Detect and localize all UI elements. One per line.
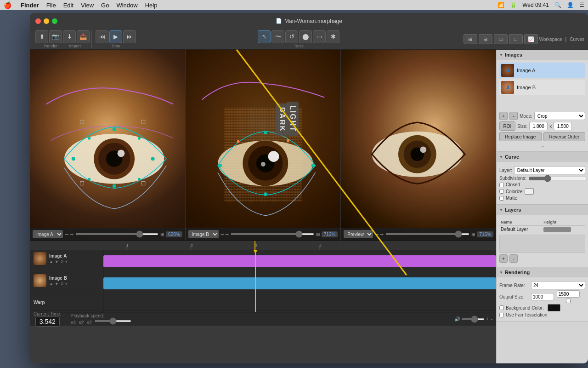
images-section-header[interactable]: ▼ Images — [497, 50, 588, 60]
export-button[interactable]: ⬇ — [63, 30, 76, 43]
layers-table: Name Height Default Layer — [499, 219, 585, 233]
size-w-input[interactable] — [529, 122, 548, 130]
track-label-image-b: Image B ▲ ▼ ⚙ ▾ — [30, 272, 103, 294]
roi-size-row: ROI Size: x — [499, 121, 585, 131]
track-a-down[interactable]: ▼ — [55, 259, 59, 264]
replace-image-button[interactable]: Replace Image — [499, 132, 542, 141]
bg-color-checkbox[interactable] — [499, 305, 504, 310]
curve-section-header[interactable]: ▼ Curve — [497, 152, 588, 162]
prev-frame-button[interactable]: ⏮ — [96, 30, 108, 43]
volume-slider[interactable] — [462, 318, 485, 320]
remove-image-button[interactable]: - — [509, 112, 518, 120]
colorize-checkbox[interactable] — [499, 189, 504, 194]
track-b-up[interactable]: ▲ — [49, 282, 53, 286]
track-row-b — [103, 272, 496, 294]
matte-checkbox[interactable] — [499, 196, 504, 201]
edit-menu[interactable]: Edit — [63, 2, 74, 9]
viewport-b-zoom-slider[interactable] — [231, 233, 314, 235]
image-a-row[interactable]: 👤 Image A — [499, 63, 585, 78]
add-image-button[interactable]: + — [499, 112, 508, 120]
track-b-expand[interactable]: ▾ — [65, 282, 68, 286]
subdivisions-slider[interactable] — [528, 176, 588, 181]
viewport-c-zoom-slider[interactable] — [385, 233, 469, 235]
timeline-add-btn[interactable]: + — [486, 316, 489, 322]
viewport-a[interactable]: Image A ⬅ ➡ ⊞ 628% — [30, 50, 186, 241]
track-b-down[interactable]: ▼ — [55, 282, 59, 286]
speed-x2[interactable]: ×2 — [86, 320, 91, 325]
roi-button[interactable]: ROI — [499, 121, 515, 131]
track-a-up[interactable]: ▲ — [49, 259, 53, 264]
track-bar-a[interactable] — [103, 255, 496, 267]
view-1-button[interactable]: ▭ — [494, 34, 508, 44]
go-menu[interactable]: Go — [101, 2, 109, 9]
rendering-section-header[interactable]: ▼ Rendering — [497, 267, 588, 277]
viewport-a-zoom-slider[interactable] — [75, 233, 158, 235]
speed-minus4[interactable]: ×4 — [71, 320, 76, 325]
viewport-b-bar: Image B ⬅ ➡ ⊞ 712% — [186, 228, 341, 241]
import-button2[interactable]: 📥 — [77, 30, 90, 43]
track-bar-b[interactable] — [103, 277, 496, 289]
file-menu[interactable]: File — [46, 2, 56, 9]
timeline-remove-btn[interactable]: - — [491, 316, 492, 322]
size-h-input[interactable] — [554, 122, 572, 130]
user-icon[interactable]: 👤 — [567, 2, 574, 8]
help-menu[interactable]: Help — [145, 2, 158, 9]
next-frame-button[interactable]: ⏭ — [123, 30, 136, 43]
close-button[interactable] — [35, 18, 41, 24]
frame-rate-select[interactable]: 24 25 30 — [531, 281, 585, 289]
speed-slider[interactable] — [95, 320, 131, 322]
minimize-button[interactable] — [44, 18, 49, 24]
reverse-order-button[interactable]: Reverse Order — [543, 132, 586, 141]
maximize-button[interactable] — [52, 18, 57, 24]
mode-select[interactable]: Crop Fit Fill — [534, 112, 585, 120]
view-2-button[interactable]: □ — [509, 34, 523, 44]
curves-view-button[interactable]: 📈 — [524, 34, 538, 44]
warp-tool[interactable]: 〜 — [271, 30, 284, 43]
fan-tessellation-checkbox[interactable] — [499, 313, 504, 317]
output-h-input[interactable] — [557, 290, 580, 298]
apple-menu[interactable]: 🍎 — [4, 1, 11, 9]
rotate-tool[interactable]: ↺ — [285, 30, 298, 43]
window-menu[interactable]: Window — [116, 2, 137, 9]
viewport-a-source[interactable]: Image A — [33, 230, 63, 238]
track-area — [103, 250, 496, 312]
grid-1-button[interactable]: ⊞ — [464, 34, 477, 44]
remove-layer-button[interactable]: - — [509, 254, 518, 263]
speed-minus2[interactable]: ×2 — [79, 320, 84, 325]
menu-extra-icon[interactable]: ☰ — [579, 2, 584, 8]
circle-tool[interactable]: ⬤ — [299, 30, 312, 43]
playhead[interactable] — [255, 250, 256, 312]
menubar: 🍎 Finder File Edit View Go Window Help 📶… — [0, 0, 588, 10]
tools-label: Tools — [294, 44, 304, 48]
image-b-row[interactable]: 👤 Image B — [499, 80, 585, 95]
layer-row-default[interactable]: Default Layer — [499, 226, 585, 233]
search-icon[interactable]: 🔍 — [554, 2, 561, 8]
image-b-label: Image B — [517, 85, 536, 90]
select-tool[interactable]: ↖ — [258, 30, 271, 43]
output-w-input[interactable] — [531, 293, 554, 300]
viewport-c[interactable]: Preview ⬅ ➡ ⊞ 716% — [341, 50, 496, 241]
closed-checkbox[interactable] — [499, 183, 504, 187]
curve-layer-select[interactable]: Default Layer — [514, 166, 585, 174]
add-layer-button[interactable]: + — [499, 254, 508, 263]
viewport-b[interactable]: DARK LIGHT Image B ⬅ ➡ ⊞ 712% — [186, 50, 341, 241]
viewport-c-source[interactable]: Preview — [344, 230, 373, 238]
bg-color-swatch[interactable] — [548, 304, 560, 311]
colorize-swatch[interactable] — [525, 188, 534, 195]
track-a-expand[interactable]: ▾ — [65, 259, 68, 264]
view-menu[interactable]: View — [81, 2, 94, 9]
viewport-b-source[interactable]: Image B — [188, 230, 219, 238]
track-label-warp: Warp — [30, 294, 103, 311]
share-button[interactable]: ⬆ — [35, 30, 48, 43]
camera-button[interactable]: 📷 — [49, 30, 62, 43]
mask-tool[interactable]: ✱ — [327, 30, 339, 43]
finder-menu[interactable]: Finder — [21, 2, 39, 9]
track-a-settings[interactable]: ⚙ — [60, 259, 64, 264]
constrain-ratio-checkbox[interactable] — [566, 299, 571, 303]
current-time-value: 3.542 — [40, 318, 56, 325]
grid-2-button[interactable]: ⊟ — [479, 34, 492, 44]
track-b-settings[interactable]: ⚙ — [60, 282, 64, 286]
play-button[interactable]: ▶ — [109, 30, 122, 43]
layers-section-header[interactable]: ▼ Layers — [497, 205, 588, 215]
rect-tool[interactable]: ▭ — [313, 30, 326, 43]
